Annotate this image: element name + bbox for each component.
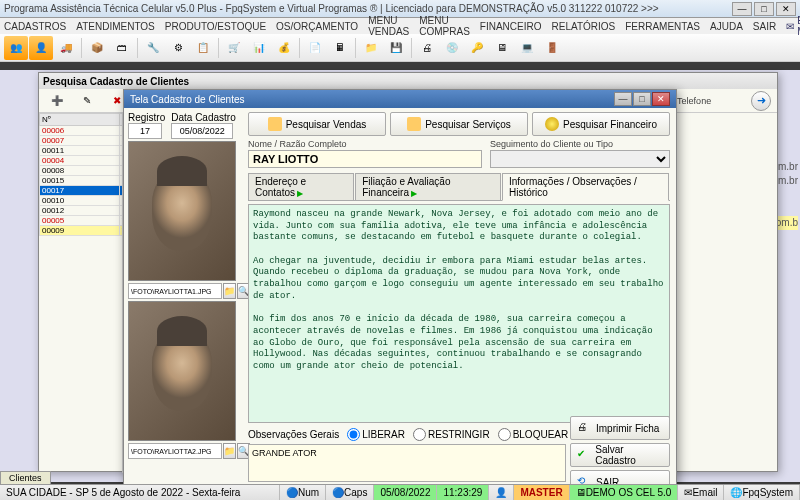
tb-gear-icon[interactable]: ⚙ <box>166 36 190 60</box>
tb-monitor-icon[interactable]: 🖥 <box>490 36 514 60</box>
tb-pc-icon[interactable]: 💻 <box>515 36 539 60</box>
add-icon[interactable]: ➕ <box>45 89 69 113</box>
table-row[interactable]: 00008MOISES DE ASSIS <box>40 166 124 176</box>
status-fpq[interactable]: 🌐 FpqSystem <box>724 485 800 500</box>
tb-usb-icon[interactable]: 💿 <box>440 36 464 60</box>
tab-filiacao[interactable]: Filiação e Avaliação Financeira ▶ <box>355 173 501 200</box>
menu-ajuda[interactable]: AJUDA <box>710 21 743 32</box>
tb-chart-icon[interactable]: 📊 <box>247 36 271 60</box>
search-window: Pesquisa Cadastro de Clientes ➕ ✎ ✖ Tipo… <box>38 72 778 472</box>
table-row[interactable]: 00010RICARDO ALMEID <box>40 196 124 206</box>
pesquisar-financeiro-button[interactable]: Pesquisar Financeiro <box>532 112 670 136</box>
work-area: auser@moises.com.br mada@fatima.com.br @… <box>0 70 800 482</box>
tab-endereco[interactable]: Endereço e Contatos ▶ <box>248 173 354 200</box>
tb-clipboard-icon[interactable]: 📋 <box>191 36 215 60</box>
tab-clientes[interactable]: Clientes <box>0 471 51 484</box>
tb-doc-icon[interactable]: 📄 <box>303 36 327 60</box>
menu-cadastros[interactable]: CADASTROS <box>4 21 66 32</box>
table-row[interactable]: 00011LEANDRO KARNA <box>40 146 124 156</box>
status-email[interactable]: ✉ Email <box>678 485 724 500</box>
table-row[interactable]: 00009TATU DE SOUZA <box>40 226 124 236</box>
menu-os[interactable]: OS/ORÇAMENTO <box>276 21 358 32</box>
obs-label: Observações Gerais <box>248 429 339 440</box>
tb-wrench-icon[interactable]: 🔧 <box>141 36 165 60</box>
table-row[interactable]: 00012SILVIO DE ABREU <box>40 206 124 216</box>
main-toolbar: 👥 👤 🚚 📦 🗃 🔧 ⚙ 📋 🛒 📊 💰 📄 🖩 📁 💾 🖨 💿 🔑 🖥 💻 … <box>0 34 800 62</box>
menu-sair[interactable]: SAIR <box>753 21 776 32</box>
tb-key-icon[interactable]: 🔑 <box>465 36 489 60</box>
tab-informacoes[interactable]: Informações / Observações / Histórico <box>502 173 669 201</box>
obs-textarea[interactable]: GRANDE ATOR <box>248 444 566 482</box>
registro-input[interactable] <box>128 123 162 139</box>
sales-icon <box>268 117 282 131</box>
tb-truck-icon[interactable]: 🚚 <box>54 36 78 60</box>
detail-min-button[interactable]: — <box>614 92 632 106</box>
tb-box-icon[interactable]: 📦 <box>85 36 109 60</box>
pesquisar-servicos-button[interactable]: Pesquisar Serviços <box>390 112 528 136</box>
main-menu: CADASTROS ATENDIMENTOS PRODUTO/ESTOQUE O… <box>0 18 800 34</box>
table-row-selected[interactable]: 00017RAY LIOTTO <box>40 186 124 196</box>
edit-icon[interactable]: ✎ <box>75 89 99 113</box>
finance-icon <box>545 117 559 131</box>
tb-save-icon[interactable]: 💾 <box>384 36 408 60</box>
client-list[interactable]: NºNome / Razão So 00006JERRY LEWIS 00007… <box>39 113 123 473</box>
app-title: Programa Assistência Técnica Celular v5.… <box>4 3 659 14</box>
menu-compras[interactable]: MENU COMPRAS <box>419 15 470 37</box>
status-date: 05/08/2022 <box>374 485 437 500</box>
maximize-button[interactable]: □ <box>754 2 774 16</box>
table-row[interactable]: 00006JERRY LEWIS <box>40 126 124 136</box>
menu-vendas[interactable]: MENU VENDAS <box>368 15 409 37</box>
status-city: SUA CIDADE - SP 5 de Agosto de 2022 - Se… <box>0 485 280 500</box>
check-icon: ✔ <box>577 448 590 462</box>
tb-print-icon[interactable]: 🖨 <box>415 36 439 60</box>
seguimento-label: Seguimento do Cliente ou Tipo <box>490 139 670 149</box>
tb-calc-icon[interactable]: 🖩 <box>328 36 352 60</box>
menu-produto[interactable]: PRODUTO/ESTOQUE <box>165 21 266 32</box>
detail-title-bar: Tela Cadastro de Clientes — □ ✕ <box>124 90 676 108</box>
detail-close-button[interactable]: ✕ <box>652 92 670 106</box>
tb-boxes-icon[interactable]: 🗃 <box>110 36 134 60</box>
menu-atendimentos[interactable]: ATENDIMENTOS <box>76 21 155 32</box>
tb-cart-icon[interactable]: 🛒 <box>222 36 246 60</box>
minimize-button[interactable]: — <box>732 2 752 16</box>
tb-exit-icon[interactable]: 🚪 <box>540 36 564 60</box>
photo2-browse-icon[interactable]: 📁 <box>223 443 236 459</box>
data-cadastro-input[interactable] <box>171 123 233 139</box>
table-row[interactable]: 00004MACHADO DE AS <box>40 156 124 166</box>
photo1-path[interactable] <box>128 283 222 299</box>
nome-input[interactable] <box>248 150 482 168</box>
detail-max-button[interactable]: □ <box>633 92 651 106</box>
registro-label: Registro <box>128 112 165 123</box>
pesquisar-vendas-button[interactable]: Pesquisar Vendas <box>248 112 386 136</box>
nav-forward-button[interactable]: ➜ <box>751 91 771 111</box>
photo1-browse-icon[interactable]: 📁 <box>223 283 236 299</box>
close-button[interactable]: ✕ <box>776 2 796 16</box>
table-row[interactable]: 00005TANCREDO NEVE <box>40 216 124 226</box>
tb-people-icon[interactable]: 👥 <box>4 36 28 60</box>
imprimir-button[interactable]: 🖨Imprimir Ficha <box>570 416 670 440</box>
menu-ferramentas[interactable]: FERRAMENTAS <box>625 21 700 32</box>
photo2-path[interactable] <box>128 443 222 459</box>
tb-folder-icon[interactable]: 📁 <box>359 36 383 60</box>
tb-user-icon[interactable]: 👤 <box>29 36 53 60</box>
opt-restringir[interactable]: RESTRINGIR <box>413 428 490 441</box>
status-demo: 🖥 DEMO OS CEL 5.0 <box>570 485 679 500</box>
opt-liberar[interactable]: LIBERAR <box>347 428 405 441</box>
status-time: 11:23:29 <box>437 485 489 500</box>
table-row[interactable]: 00007JOHN JOSEPH TR <box>40 136 124 146</box>
status-bar: SUA CIDADE - SP 5 de Agosto de 2022 - Se… <box>0 484 800 500</box>
col-numero[interactable]: Nº <box>40 114 120 126</box>
email-button[interactable]: ✉ E-MAIL <box>786 15 800 37</box>
table-row[interactable]: 00015NEUZA DE FATIM <box>40 176 124 186</box>
menu-relatorios[interactable]: RELATÓRIOS <box>552 21 616 32</box>
salvar-button[interactable]: ✔Salvar Cadastro <box>570 443 670 467</box>
bottom-tabs: Clientes <box>0 471 51 484</box>
seguimento-select[interactable] <box>490 150 670 168</box>
print-icon: 🖨 <box>577 421 591 435</box>
tb-money-icon[interactable]: 💰 <box>272 36 296 60</box>
status-user-icon: 👤 <box>489 485 514 500</box>
menu-financeiro[interactable]: FINANCEIRO <box>480 21 542 32</box>
bio-textarea[interactable]: Raymond nasceu na grande Newark, Nova Je… <box>248 204 670 423</box>
search-window-title: Pesquisa Cadastro de Clientes <box>39 73 777 89</box>
opt-bloquear[interactable]: BLOQUEAR <box>498 428 569 441</box>
